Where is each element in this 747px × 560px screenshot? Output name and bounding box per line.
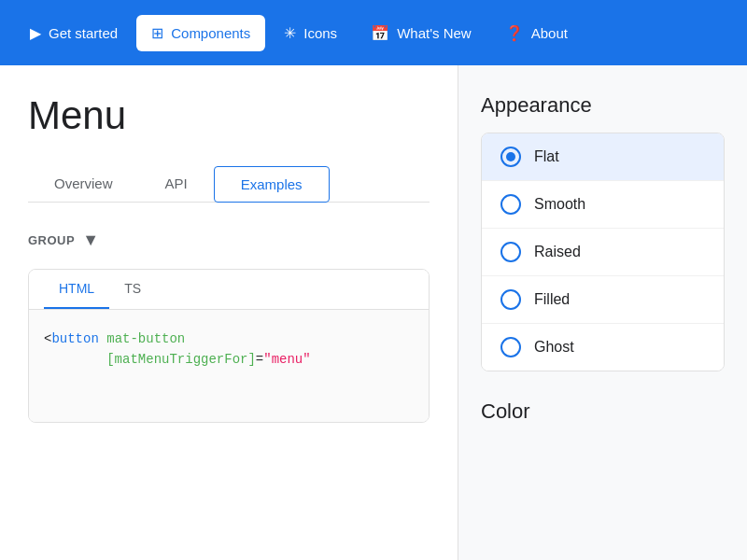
tab-bar: Overview API Examples [28,166,430,203]
group-label: GROUP [28,233,75,247]
code-panel: HTML TS <button mat-button [matMenuTrigg… [28,269,430,423]
nav-label-components: Components [171,25,250,41]
appearance-options: Flat Smooth Raised Filled Ghost [481,133,725,371]
top-nav: ▶ Get started ⊞ Components ✳ Icons 📅 Wha… [0,0,747,65]
code-menu-val: "menu" [263,352,310,367]
nav-item-get-started[interactable]: ▶ Get started [15,15,133,51]
nav-item-components[interactable]: ⊞ Components [136,15,265,51]
option-filled-label: Filled [534,291,570,308]
nav-item-whats-new[interactable]: 📅 What's New [356,15,486,51]
components-icon: ⊞ [151,24,163,42]
code-tab-html[interactable]: HTML [44,270,109,309]
option-ghost[interactable]: Ghost [482,324,724,371]
code-button-tag: button [51,331,98,346]
code-space [99,331,106,346]
option-smooth[interactable]: Smooth [482,181,724,229]
option-ghost-label: Ghost [534,339,574,356]
right-panel: Appearance Flat Smooth Raised Filled Gho… [458,65,747,560]
radio-ghost [500,337,521,357]
calendar-icon: 📅 [371,24,389,42]
option-raised[interactable]: Raised [482,229,724,276]
radio-smooth [500,194,521,215]
chevron-down-icon: ▼ [82,231,99,250]
group-selector[interactable]: GROUP ▼ [28,231,430,250]
nav-label-icons: Icons [303,25,337,41]
main-container: Menu Overview API Examples GROUP ▼ HTML … [0,65,747,560]
code-indent [44,352,106,367]
code-equals: = [256,352,263,367]
radio-raised [500,242,521,262]
nav-label-about: About [531,25,568,41]
play-icon: ▶ [30,24,41,42]
radio-filled [500,289,521,310]
left-panel: Menu Overview API Examples GROUP ▼ HTML … [0,65,458,560]
code-menu-trigger-attr: [matMenuTriggerFor] [106,352,256,367]
option-filled[interactable]: Filled [482,276,724,324]
radio-flat [500,147,521,167]
code-tab-bar: HTML TS [29,270,429,310]
option-raised-label: Raised [534,244,581,260]
code-content: <button mat-button [matMenuTriggerFor]="… [29,310,429,422]
appearance-title: Appearance [481,93,725,118]
tab-overview[interactable]: Overview [28,166,139,203]
option-smooth-label: Smooth [534,196,585,213]
nav-item-icons[interactable]: ✳ Icons [269,15,352,51]
page-title: Menu [28,93,430,138]
tab-api[interactable]: API [139,166,214,203]
tab-examples[interactable]: Examples [214,166,330,203]
help-icon: ❓ [505,24,524,42]
nav-label-get-started: Get started [49,25,118,41]
nav-item-about[interactable]: ❓ About [490,15,583,51]
nav-label-whats-new: What's New [397,25,472,41]
icons-icon: ✳ [284,24,296,42]
color-title: Color [481,399,725,424]
option-flat-label: Flat [534,148,559,165]
code-mat-button-attr: mat-button [106,331,185,346]
code-tab-ts[interactable]: TS [109,270,156,309]
option-flat[interactable]: Flat [482,133,724,181]
